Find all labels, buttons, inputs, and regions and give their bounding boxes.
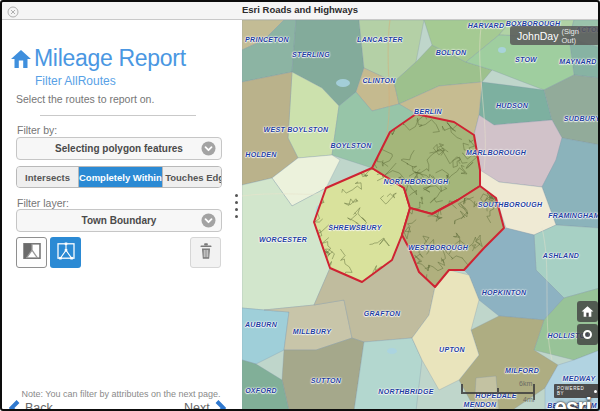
town-label: HOLDEN xyxy=(245,151,276,158)
filter-mode-dropdown[interactable]: Selecting polygon features xyxy=(16,137,222,160)
chevron-right-icon xyxy=(215,400,226,411)
user-sign-out-button[interactable]: JohnDay (Sign Out) xyxy=(510,26,600,45)
town-label: GRAFTON xyxy=(364,310,401,317)
esri-logo: esri xyxy=(554,398,600,411)
town-label: UPTON xyxy=(439,346,465,353)
town-label: BOYLSTON xyxy=(330,142,371,149)
town-label: PRINCETON xyxy=(245,36,289,43)
locate-icon xyxy=(583,330,592,339)
spatial-relation-segmented-control: Intersects Completely Within Touches Edg… xyxy=(16,166,222,188)
town-label: MAYNARD xyxy=(559,58,596,65)
town-label: STERLING xyxy=(292,51,330,58)
town-label: BERLIN xyxy=(414,108,442,115)
town-label: SUTTON xyxy=(311,377,341,384)
map-locate-button[interactable] xyxy=(577,324,598,345)
town-label: SOUTHBOROUGH xyxy=(478,201,543,208)
intersects-button[interactable]: Intersects xyxy=(17,167,79,187)
town-label: SUDBURY xyxy=(564,115,600,122)
back-button[interactable]: Back xyxy=(9,400,53,411)
mileage-report-app: Esri Roads and Highways Mileage Report F… xyxy=(0,0,600,411)
town-label: FRAMINGHAM xyxy=(548,212,600,219)
filter-layer-value: Town Boundary xyxy=(82,215,157,226)
globe-dot-icon xyxy=(594,390,597,393)
town-label: ASHLAND xyxy=(543,252,579,259)
note-text: Note: You can filter by attributes on th… xyxy=(0,389,242,399)
town-label: NORTHBRIDGE xyxy=(378,388,433,395)
esri-attribution: POWERED BY esri xyxy=(554,376,600,411)
town-label: WEST BOYLSTON xyxy=(264,126,329,133)
mileage-report-panel: Mileage Report Filter AllRoutes Select t… xyxy=(0,20,242,411)
town-label: LANCASTER xyxy=(357,36,403,43)
divider xyxy=(40,115,196,116)
map-home-button[interactable] xyxy=(577,301,598,322)
town-label: MARLBOROUGH xyxy=(466,149,526,156)
chevron-down-icon xyxy=(201,213,216,228)
town-label: WESTBOROUGH xyxy=(408,244,468,251)
trash-icon xyxy=(195,240,217,266)
town-label: MILFORD xyxy=(505,367,539,374)
scale-km-label: 6km xyxy=(519,380,532,387)
filter-layer-dropdown[interactable]: Town Boundary xyxy=(16,209,222,232)
scale-mi-label: 4mi xyxy=(523,396,534,403)
town-label: HUDSON xyxy=(496,102,528,109)
town-label: HOPKINTON xyxy=(482,289,527,296)
select-polygon-icon xyxy=(20,239,44,267)
select-polygon-active-button[interactable] xyxy=(50,237,81,268)
town-boundary-map xyxy=(242,20,600,411)
town-label: STOW xyxy=(515,56,537,63)
touches-edge-button[interactable]: Touches Edge xyxy=(163,167,222,187)
town-label: SHREWSBURY xyxy=(328,224,381,231)
sign-out-label: (Sign Out) xyxy=(561,27,593,45)
instruction-text: Select the routes to report on. xyxy=(16,93,154,105)
filter-layer-label: Filter layer: xyxy=(17,197,69,209)
select-polygon-active-icon xyxy=(54,239,78,267)
page-subtitle: Filter AllRoutes xyxy=(35,74,116,88)
town-label: AUBURN xyxy=(245,321,277,328)
page-title: Mileage Report xyxy=(34,45,186,72)
town-label: OXFORD xyxy=(245,387,277,394)
next-label: Next xyxy=(184,401,210,411)
home-icon xyxy=(581,305,594,318)
back-label: Back xyxy=(25,401,53,411)
town-label: CLINTON xyxy=(362,77,395,84)
town-label: WORCESTER xyxy=(259,236,307,243)
filter-by-label: Filter by: xyxy=(17,124,57,136)
town-label: HARVARD xyxy=(468,22,505,29)
scale-bar: 6km 4mi xyxy=(461,376,553,410)
window-title: Esri Roads and Highways xyxy=(0,4,600,15)
town-label: BOLTON xyxy=(436,49,467,56)
window-titlebar: Esri Roads and Highways xyxy=(0,0,600,20)
panel-resize-handle[interactable] xyxy=(234,194,239,222)
map-canvas[interactable]: PRINCETONSTERLINGLANCASTERHARVARDBOXBORO… xyxy=(242,20,600,411)
select-polygon-button[interactable] xyxy=(16,237,47,268)
town-label: MILLBURY xyxy=(293,328,331,335)
home-icon xyxy=(10,48,32,70)
chevron-left-icon xyxy=(9,400,20,411)
next-button[interactable]: Next xyxy=(184,400,226,411)
completely-within-button[interactable]: Completely Within xyxy=(79,167,163,187)
clear-selection-button[interactable] xyxy=(190,237,221,268)
user-name: JohnDay xyxy=(517,30,558,42)
chevron-down-icon xyxy=(201,141,216,156)
filter-mode-value: Selecting polygon features xyxy=(55,143,183,154)
town-label: NORTHBOROUGH xyxy=(384,178,449,185)
